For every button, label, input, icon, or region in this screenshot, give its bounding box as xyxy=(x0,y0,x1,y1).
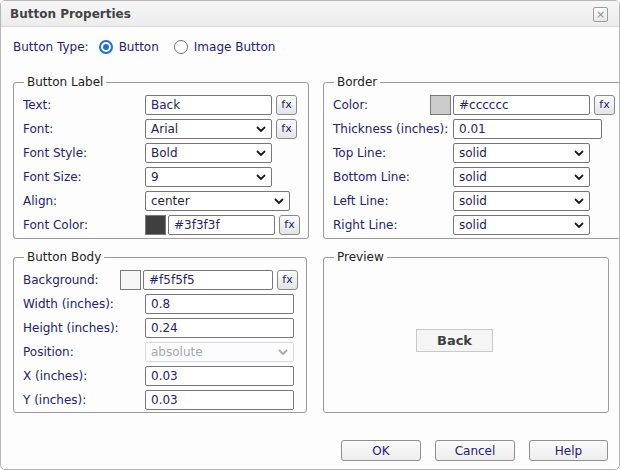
field-row-width: Width (inches): xyxy=(23,292,298,315)
left-line-label: Left Line: xyxy=(333,194,453,208)
background-label: Background: xyxy=(23,273,120,287)
field-row-position: Position: absolute xyxy=(23,340,298,363)
ok-button[interactable]: OK xyxy=(341,440,421,461)
field-row-text: Text: fx xyxy=(23,93,300,116)
select-value: Arial xyxy=(151,122,252,136)
fx-button[interactable]: fx xyxy=(279,215,300,235)
x-input[interactable] xyxy=(145,366,294,386)
thickness-label: Thickness (inches): xyxy=(333,122,453,136)
select-value: solid xyxy=(459,194,570,208)
select-value: 9 xyxy=(151,170,252,184)
align-select[interactable]: center xyxy=(145,191,290,211)
x-label: X (inches): xyxy=(23,369,145,383)
field-row-y: Y (inches): xyxy=(23,388,298,411)
button-body-legend: Button Body xyxy=(24,250,104,264)
select-value: solid xyxy=(459,218,570,232)
right-line-select[interactable]: solid xyxy=(453,215,590,235)
cancel-button[interactable]: Cancel xyxy=(435,440,515,461)
field-row-bottom-line: Bottom Line: solid xyxy=(333,165,615,188)
chevron-down-icon xyxy=(256,126,266,132)
preview-section: Preview Back xyxy=(323,250,609,413)
radio-option-label: Button xyxy=(119,40,159,54)
button-body-section: Button Body Background: fx Width (inches… xyxy=(13,250,307,413)
field-row-font: Font: Arial fx xyxy=(23,117,300,140)
width-input[interactable] xyxy=(145,294,294,314)
field-row-font-style: Font Style: Bold xyxy=(23,141,300,164)
select-value: solid xyxy=(459,146,570,160)
border-legend: Border xyxy=(334,75,380,89)
height-input[interactable] xyxy=(145,318,294,338)
field-row-align: Align: center xyxy=(23,189,300,212)
select-value: solid xyxy=(459,170,570,184)
chevron-down-icon xyxy=(256,174,266,180)
font-size-label: Font Size: xyxy=(23,170,145,184)
font-color-swatch[interactable] xyxy=(145,215,166,235)
font-select[interactable]: Arial xyxy=(145,119,272,139)
border-color-swatch[interactable] xyxy=(430,95,451,115)
field-row-font-color: Font Color: fx xyxy=(23,213,300,236)
top-line-select[interactable]: solid xyxy=(453,143,590,163)
fx-button[interactable]: fx xyxy=(594,95,615,115)
dialog-titlebar: Button Properties × xyxy=(1,1,619,27)
chevron-down-icon xyxy=(574,198,584,204)
fx-button[interactable]: fx xyxy=(276,119,297,139)
fx-button[interactable]: fx xyxy=(276,95,297,115)
border-color-label: Color: xyxy=(333,98,430,112)
field-row-font-size: Font Size: 9 xyxy=(23,165,300,188)
border-section: Border Color: fx Thickness (inches): Top… xyxy=(323,75,620,239)
field-row-left-line: Left Line: solid xyxy=(333,189,615,212)
chevron-down-icon xyxy=(274,198,284,204)
text-input[interactable] xyxy=(145,95,272,115)
chevron-down-icon xyxy=(574,222,584,228)
chevron-down-icon xyxy=(256,150,266,156)
select-value: center xyxy=(151,194,270,208)
field-row-right-line: Right Line: solid xyxy=(333,213,615,236)
width-label: Width (inches): xyxy=(23,297,145,311)
font-label: Font: xyxy=(23,122,145,136)
preview-legend: Preview xyxy=(334,250,387,264)
field-row-height: Height (inches): xyxy=(23,316,298,339)
text-label: Text: xyxy=(23,98,145,112)
button-type-row: Button Type: Button Image Button xyxy=(13,38,290,56)
button-label-section: Button Label Text: fx Font: Arial fx Fon… xyxy=(13,75,309,239)
right-line-label: Right Line: xyxy=(333,218,453,232)
button-label-legend: Button Label xyxy=(24,75,106,89)
help-button[interactable]: Help xyxy=(529,440,608,461)
radio-option-label: Image Button xyxy=(194,40,276,54)
align-label: Align: xyxy=(23,194,145,208)
background-input[interactable] xyxy=(143,270,273,290)
field-row-top-line: Top Line: solid xyxy=(333,141,615,164)
font-color-label: Font Color: xyxy=(23,218,145,232)
bottom-line-select[interactable]: solid xyxy=(453,167,590,187)
chevron-down-icon xyxy=(574,150,584,156)
close-icon[interactable]: × xyxy=(593,7,608,22)
thickness-input[interactable] xyxy=(453,119,602,139)
y-input[interactable] xyxy=(145,390,294,410)
height-label: Height (inches): xyxy=(23,321,145,335)
preview-back-button[interactable]: Back xyxy=(416,329,493,352)
top-line-label: Top Line: xyxy=(333,146,453,160)
radio-option-image-button[interactable]: Image Button xyxy=(174,40,276,54)
bottom-line-label: Bottom Line: xyxy=(333,170,453,184)
border-color-input[interactable] xyxy=(453,95,590,115)
position-label: Position: xyxy=(23,345,145,359)
field-row-border-color: Color: fx xyxy=(333,93,615,116)
dialog-title: Button Properties xyxy=(10,7,131,21)
radio-button-icon[interactable] xyxy=(99,40,113,54)
background-swatch[interactable] xyxy=(120,270,141,290)
font-size-select[interactable]: 9 xyxy=(145,167,272,187)
chevron-down-icon xyxy=(574,174,584,180)
field-row-background: Background: fx xyxy=(23,268,298,291)
preview-area: Back xyxy=(333,268,600,413)
fx-button[interactable]: fx xyxy=(277,270,298,290)
button-type-label: Button Type: xyxy=(13,40,89,54)
chevron-down-icon xyxy=(278,349,288,355)
position-select: absolute xyxy=(145,342,294,362)
radio-option-button[interactable]: Button xyxy=(99,40,159,54)
radio-button-icon[interactable] xyxy=(174,40,188,54)
left-line-select[interactable]: solid xyxy=(453,191,590,211)
field-row-x: X (inches): xyxy=(23,364,298,387)
button-properties-dialog: Button Properties × Button Type: Button … xyxy=(0,0,620,470)
font-color-input[interactable] xyxy=(168,215,275,235)
font-style-select[interactable]: Bold xyxy=(145,143,272,163)
